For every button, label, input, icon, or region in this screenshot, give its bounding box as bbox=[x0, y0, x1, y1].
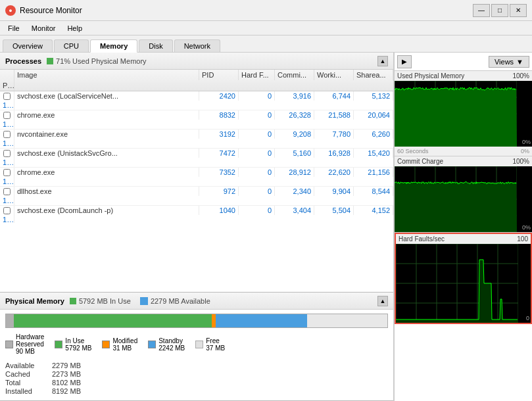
row-commit: 3,404 bbox=[275, 206, 314, 215]
tab-disk[interactable]: Disk bbox=[139, 39, 172, 52]
graph1-zero: 0% bbox=[521, 148, 529, 154]
legend-color-free bbox=[195, 341, 203, 348]
tab-network[interactable]: Network bbox=[174, 39, 220, 52]
col-commit[interactable]: Commi... bbox=[275, 70, 314, 80]
col-private[interactable]: Private ... bbox=[0, 80, 14, 91]
stat-total-label: Total bbox=[5, 379, 51, 387]
table-row[interactable]: svchost.exe (DcomLaunch -p) 1040 0 3,404… bbox=[0, 206, 393, 223]
processes-expand-btn[interactable]: ▲ bbox=[377, 56, 388, 66]
graphs-scroll-area[interactable]: Used Physical Memory 100% 0% 60 Seconds … bbox=[395, 71, 532, 401]
title-bar: ● Resource Monitor — □ ✕ bbox=[0, 0, 532, 21]
graph3-header: Hard Faults/sec 100 bbox=[396, 234, 531, 244]
minimize-button[interactable]: — bbox=[473, 4, 490, 17]
row-checkbox[interactable] bbox=[0, 91, 14, 101]
col-hard[interactable]: Hard F... bbox=[239, 70, 275, 80]
table-row[interactable]: svchost.exe (UnistackSvcGro... 7472 0 5,… bbox=[0, 149, 393, 168]
memory-legend: Hardware Reserved 90 MB In Use 5792 MB bbox=[0, 331, 393, 358]
table-row[interactable]: nvcontainer.exe 3192 0 9,208 7,780 6,260… bbox=[0, 130, 393, 149]
row-commit: 3,916 bbox=[275, 91, 314, 101]
graph2-title: Commit Charge bbox=[397, 158, 443, 165]
memory-available-text: 2279 MB Available bbox=[151, 297, 210, 305]
row-pid: 7472 bbox=[199, 149, 239, 158]
memory-header[interactable]: Physical Memory 5792 MB In Use 2279 MB A… bbox=[0, 293, 393, 310]
graph-nav-btn[interactable]: ▶ bbox=[397, 55, 412, 68]
graph1-title: Used Physical Memory bbox=[397, 72, 464, 80]
col-pid[interactable]: PID bbox=[199, 70, 239, 80]
row-working: 6,744 bbox=[314, 91, 354, 101]
stat-installed-value: 8192 MB bbox=[52, 387, 91, 395]
memory-stats: Available 2279 MB Cached 2273 MB Total 8… bbox=[0, 358, 393, 400]
legend-hardware-val: 90 MB bbox=[16, 348, 44, 355]
row-hard: 0 bbox=[239, 91, 275, 101]
row-pid: 1040 bbox=[199, 206, 239, 215]
tab-cpu[interactable]: CPU bbox=[54, 39, 89, 52]
graph2-canvas: 0% bbox=[395, 166, 532, 232]
tab-memory[interactable]: Memory bbox=[90, 39, 137, 53]
table-row[interactable]: chrome.exe 7352 0 28,912 22,620 21,156 1… bbox=[0, 168, 393, 187]
col-shared[interactable]: Sharea... bbox=[354, 70, 393, 80]
graph-commit-charge: Commit Charge 100% 0% bbox=[395, 156, 532, 233]
legend-label-hardware: Hardware Reserved 90 MB bbox=[16, 333, 44, 355]
legend-label-modified: Modified 31 MB bbox=[112, 337, 137, 352]
row-checkbox[interactable] bbox=[0, 149, 14, 158]
row-commit: 26,328 bbox=[275, 110, 314, 120]
menu-monitor[interactable]: Monitor bbox=[26, 23, 61, 34]
graph3-title: Hard Faults/sec bbox=[399, 235, 445, 243]
row-shared: 20,064 bbox=[354, 110, 393, 120]
legend-color-standby bbox=[148, 341, 156, 348]
status-dot-processes bbox=[47, 58, 53, 64]
row-private: 1,524 bbox=[0, 120, 14, 129]
process-table-body: svchost.exe (LocalServiceNet... 2420 0 3… bbox=[0, 91, 393, 223]
col-image[interactable]: Image bbox=[14, 70, 199, 80]
row-pid: 972 bbox=[199, 187, 239, 196]
legend-color-hardware bbox=[5, 341, 13, 348]
row-shared: 6,260 bbox=[354, 130, 393, 139]
row-shared: 15,420 bbox=[354, 149, 393, 158]
maximize-button[interactable]: □ bbox=[491, 4, 508, 17]
legend-standby: Standby 2242 MB bbox=[148, 333, 185, 355]
close-button[interactable]: ✕ bbox=[510, 4, 527, 17]
row-shared: 4,152 bbox=[354, 206, 393, 215]
processes-header[interactable]: Processes 71% Used Physical Memory ▲ bbox=[0, 53, 393, 70]
table-row[interactable]: svchost.exe (LocalServiceNet... 2420 0 3… bbox=[0, 91, 393, 110]
graph2-pct: 100% bbox=[512, 158, 529, 165]
row-hard: 0 bbox=[239, 110, 275, 120]
row-image: chrome.exe bbox=[14, 110, 199, 120]
processes-title: Processes bbox=[5, 57, 41, 65]
memory-title: Physical Memory bbox=[5, 297, 64, 305]
graph3-bottom-label: 0 bbox=[526, 315, 529, 321]
tab-overview[interactable]: Overview bbox=[3, 39, 53, 52]
memory-bar-container bbox=[0, 310, 393, 331]
row-pid: 3192 bbox=[199, 130, 239, 139]
graph-toolbar: ▶ Views ▼ bbox=[395, 53, 532, 71]
col-working[interactable]: Worki... bbox=[314, 70, 354, 80]
menu-help[interactable]: Help bbox=[62, 23, 87, 34]
right-panel: ▶ Views ▼ Used Physical Memory 100% 0% bbox=[394, 53, 532, 401]
graph1-bottom-label: 0% bbox=[522, 139, 531, 145]
memory-status: 5792 MB In Use 2279 MB Available bbox=[70, 297, 210, 305]
menu-file[interactable]: File bbox=[3, 23, 25, 34]
stat-installed-label: Installed bbox=[5, 387, 51, 395]
graph2-bottom-label: 0% bbox=[522, 224, 531, 231]
row-checkbox[interactable] bbox=[0, 187, 14, 196]
status-dot-memory bbox=[70, 298, 76, 304]
row-hard: 0 bbox=[239, 168, 275, 177]
standby-dot bbox=[140, 297, 148, 305]
memory-expand-btn[interactable]: ▲ bbox=[377, 296, 388, 306]
tab-bar: Overview CPU Memory Disk Network bbox=[0, 35, 532, 53]
table-row[interactable]: dllhost.exe 972 0 2,340 9,904 8,544 1,36… bbox=[0, 187, 393, 206]
row-working: 7,780 bbox=[314, 130, 354, 139]
graph3-pct: 100 bbox=[517, 235, 528, 243]
menu-bar: File Monitor Help bbox=[0, 21, 532, 35]
views-button[interactable]: Views ▼ bbox=[489, 56, 529, 68]
row-checkbox[interactable] bbox=[0, 168, 14, 177]
table-row[interactable]: chrome.exe 8832 0 26,328 21,588 20,064 1… bbox=[0, 110, 393, 130]
row-checkbox[interactable] bbox=[0, 110, 14, 120]
row-checkbox[interactable] bbox=[0, 206, 14, 215]
legend-free-val: 37 MB bbox=[206, 344, 225, 352]
legend-hardware-name: Hardware bbox=[16, 333, 44, 341]
row-checkbox[interactable] bbox=[0, 130, 14, 139]
physical-memory-section: Physical Memory 5792 MB In Use 2279 MB A… bbox=[0, 293, 393, 401]
title-bar-left: ● Resource Monitor bbox=[5, 5, 82, 16]
row-hard: 0 bbox=[239, 149, 275, 158]
